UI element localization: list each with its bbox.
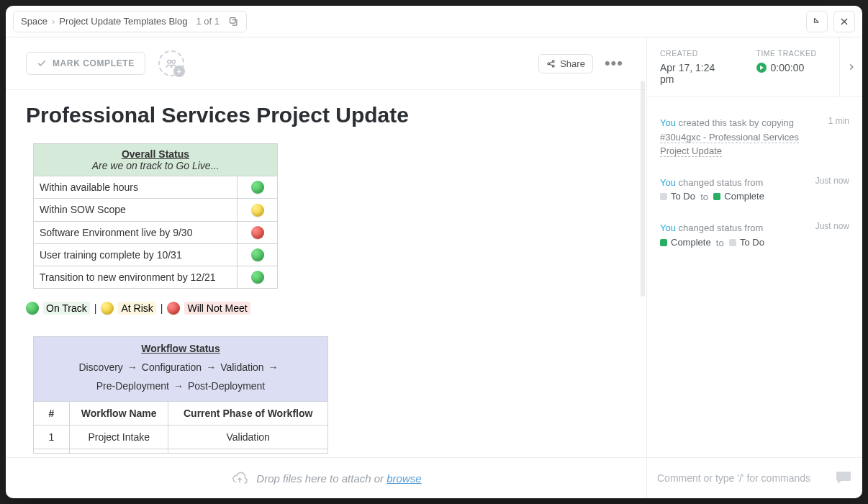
status-dot-cell — [238, 176, 278, 199]
status-row: Within SOW Scope — [34, 199, 278, 221]
status-square-icon — [660, 239, 667, 246]
main-panel: MARK COMPLETE + Share ••• Professio — [6, 37, 646, 457]
status-dot-cell — [238, 199, 278, 221]
phase-label: Post-Deployment — [188, 380, 265, 392]
side-panel: CREATED Apr 17, 1:24 pm TIME TRACKED 0:0… — [646, 37, 862, 457]
activity-time: Just now — [815, 176, 849, 204]
close-button[interactable] — [833, 11, 855, 32]
activity-actor: You — [660, 117, 676, 128]
play-icon[interactable] — [756, 63, 767, 73]
activity-actor: You — [660, 177, 676, 188]
status-row: Within available hours — [34, 176, 278, 199]
activity-item: You created this task by copying #30u4gx… — [660, 116, 849, 158]
dot-green-icon — [251, 271, 264, 284]
mark-complete-label: MARK COMPLETE — [53, 58, 135, 68]
col-workflow-name: Workflow Name — [70, 401, 168, 425]
activity-time: Just now — [815, 221, 849, 250]
workflow-row — [34, 449, 328, 453]
arrow-icon: → — [206, 361, 216, 373]
legend-at-risk: At Risk — [118, 302, 155, 315]
breadcrumb-sep: › — [52, 16, 55, 27]
arrow-icon: → — [268, 361, 279, 373]
breadcrumb: Space › Project Update Templates Blog 1 … — [13, 11, 247, 32]
status-dot-cell — [238, 221, 278, 243]
footer: Drop files here to attach or browse Comm… — [6, 457, 862, 498]
phase-label: Pre-Deployment — [96, 380, 169, 392]
phase-label: Discovery — [78, 361, 122, 373]
breadcrumb-root[interactable]: Space — [21, 16, 48, 27]
dot-yellow-icon — [251, 204, 264, 217]
status-dot-cell — [238, 243, 278, 266]
dot-yellow-icon — [101, 302, 114, 315]
more-menu-button[interactable]: ••• — [602, 54, 626, 73]
phase-label: Validation — [220, 361, 263, 373]
col-current-phase: Current Phase of Workflow — [168, 401, 328, 425]
workflow-phase: Validation — [168, 425, 328, 449]
topbar-actions — [806, 11, 855, 32]
status-square-icon — [660, 193, 667, 200]
legend-on-track: On Track — [43, 302, 90, 315]
status-from: Complete — [660, 235, 711, 250]
task-modal: Space › Project Update Templates Blog 1 … — [6, 6, 862, 498]
status-square-icon — [713, 193, 720, 200]
time-tracked-value[interactable]: 0:00:00 — [756, 62, 827, 73]
share-label: Share — [560, 58, 585, 69]
comment-placeholder: Comment or type '/' for commands — [657, 472, 810, 484]
activity-item: You changed status fromComplete to To Do… — [660, 221, 849, 250]
dot-green-icon — [251, 181, 264, 194]
collapse-side-button[interactable] — [839, 37, 862, 96]
activity-feed: You created this task by copying #30u4gx… — [647, 97, 862, 457]
status-row: User training complete by 10/31 — [34, 243, 278, 266]
phase-label: Configuration — [142, 361, 202, 373]
assignees-button[interactable]: + — [158, 50, 184, 76]
dot-red-icon — [251, 226, 264, 239]
mark-complete-button[interactable]: MARK COMPLETE — [26, 52, 145, 75]
breadcrumb-current[interactable]: Project Update Templates Blog — [59, 16, 187, 27]
status-label: User training complete by 10/31 — [34, 243, 238, 266]
workflow-num: 1 — [34, 425, 70, 449]
created-value: Apr 17, 1:24 pm — [660, 62, 731, 85]
browse-link[interactable]: browse — [386, 472, 421, 485]
activity-actor: You — [660, 222, 676, 233]
dot-red-icon — [167, 302, 180, 315]
status-row: Software Environment live by 9/30 — [34, 221, 278, 243]
add-assignee-icon: + — [173, 66, 185, 77]
created-label: CREATED — [660, 49, 731, 58]
task-header: MARK COMPLETE + Share ••• — [6, 37, 646, 90]
status-square-icon — [729, 239, 736, 246]
drop-text: Drop files here to attach or — [256, 472, 386, 485]
page-title: Professional Services Project Update — [26, 103, 626, 127]
status-dot-cell — [238, 266, 278, 289]
svg-point-1 — [168, 60, 171, 64]
status-label: Within available hours — [34, 176, 238, 199]
workflow-status-table: Workflow Status Discovery→Configuration→… — [33, 336, 328, 453]
status-label: Within SOW Scope — [34, 199, 238, 221]
new-tab-icon[interactable] — [228, 16, 239, 27]
comment-icon — [835, 469, 852, 488]
col-number: # — [34, 401, 70, 425]
activity-item: You changed status fromTo Do to Complete… — [660, 176, 849, 204]
breadcrumb-count: 1 of 1 — [196, 16, 220, 27]
legend-will-not-meet: Will Not Meet — [184, 302, 250, 315]
file-drop-zone[interactable]: Drop files here to attach or browse — [6, 458, 646, 498]
minimize-button[interactable] — [806, 11, 828, 32]
copied-task-link[interactable]: #30u4gxc - Professional Services Project… — [660, 132, 799, 158]
workflow-row: 1Project IntakeValidation — [34, 425, 328, 449]
dot-green-icon — [26, 302, 39, 315]
share-button[interactable]: Share — [538, 54, 593, 73]
comment-input[interactable]: Comment or type '/' for commands — [646, 458, 862, 498]
arrow-icon: → — [127, 361, 137, 373]
dot-green-icon — [251, 248, 264, 261]
status-from: To Do — [660, 189, 695, 204]
workflow-name: Project Intake — [70, 425, 168, 449]
status-legend: On Track | At Risk | Will Not Meet — [26, 302, 626, 315]
scrollbar[interactable] — [641, 81, 645, 297]
activity-time: 1 min — [828, 116, 849, 158]
svg-point-2 — [172, 60, 176, 64]
status-row: Transition to new environment by 12/21 — [34, 266, 278, 289]
status-label: Transition to new environment by 12/21 — [34, 266, 238, 289]
time-tracked-label: TIME TRACKED — [756, 49, 827, 58]
status-to: Complete — [713, 189, 764, 204]
document-area[interactable]: Professional Services Project Update Ove… — [6, 90, 646, 457]
overall-status-header: Overall Status Are we on track to Go Liv… — [34, 144, 278, 176]
